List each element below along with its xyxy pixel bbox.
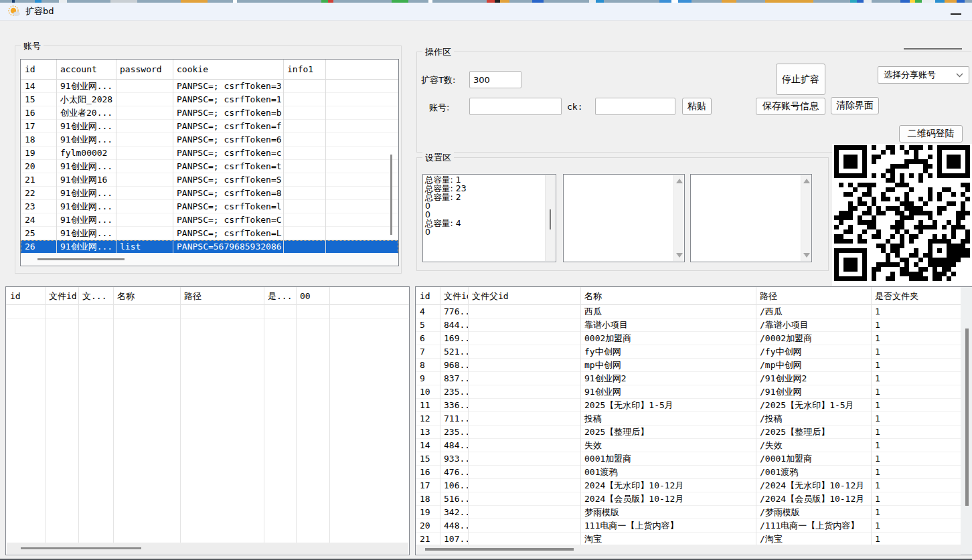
table-cell [116, 200, 173, 213]
table-cell: 17 [21, 120, 56, 132]
column-header[interactable]: 文件id [440, 287, 468, 304]
table-cell: 0001加盟商 [580, 452, 756, 465]
table-row[interactable]: 14484...失效/失效1 [416, 439, 961, 452]
table-cell: 20 [416, 519, 440, 532]
table-cell [116, 80, 173, 92]
settings-listbox-3[interactable] [690, 174, 812, 262]
vertical-scrollbar-thumb[interactable] [390, 155, 392, 235]
share-account-select[interactable]: 选择分享账号 [878, 66, 969, 84]
column-header[interactable]: 名称 [113, 287, 180, 304]
table-row[interactable]: 2391创业网...PANPSC=; csrfToken=l... [21, 200, 398, 213]
minimize-button[interactable] [951, 11, 963, 17]
column-header[interactable]: 文... [78, 287, 113, 304]
table-row[interactable]: 1491创业网...PANPSC=; csrfToken=3... [21, 80, 398, 93]
column-header[interactable]: info1 [283, 60, 325, 79]
horizontal-scrollbar[interactable] [416, 545, 961, 554]
table-row[interactable]: 2291创业网...PANPSC=; csrfToken=8... [21, 187, 398, 200]
horizontal-scrollbar-thumb[interactable] [37, 258, 125, 260]
column-header[interactable]: 00 [296, 287, 329, 304]
paste-button[interactable]: 粘贴 [682, 98, 712, 115]
horizontal-scrollbar[interactable] [21, 253, 398, 265]
column-header[interactable]: 名称 [580, 287, 756, 304]
table-cell [116, 133, 173, 146]
triangle-down-icon[interactable] [803, 253, 810, 258]
table-row[interactable]: 8968...mp中创网/mp中创网1 [416, 359, 961, 372]
column-header[interactable]: id [6, 287, 45, 304]
column-header[interactable]: id [21, 60, 56, 79]
right-file-table-header[interactable]: id文件id文件父id名称路径是否文件夹 [416, 287, 961, 305]
table-row[interactable]: 10235...91创业网/91创业网1 [416, 385, 961, 399]
settings-listbox-2[interactable] [563, 174, 685, 262]
table-cell: /梦雨模版 [756, 506, 871, 519]
listbox3-scrollbar[interactable] [801, 175, 811, 261]
capacity-listbox[interactable]: 总容量: 1 总容量: 23 总容量: 2 0 0 总容量: 4 0 [422, 174, 556, 262]
table-row[interactable]: 13235...2025【整理后】/2025【整理后】1 [416, 426, 961, 439]
table-row[interactable]: 2691创业网...listPANPSC=5679685932086... [21, 240, 398, 254]
column-header[interactable]: cookie [173, 60, 283, 79]
triangle-down-icon[interactable] [676, 253, 683, 258]
table-row[interactable]: 19342...梦雨模版/梦雨模版1 [416, 506, 961, 519]
table-row[interactable]: 2491创业网...PANPSC=; csrfToken=C... [21, 213, 398, 227]
table-row[interactable]: 16创业者20...PANPSC=; csrfToken=b... [21, 106, 398, 120]
listbox1-scrollbar-thumb[interactable] [550, 209, 551, 229]
table-row[interactable]: 5844...靠谱小项目/靠谱小项目1 [416, 318, 961, 332]
account-input[interactable] [469, 98, 562, 115]
table-row[interactable]: 15小太阳_2028PANPSC=; csrfToken=1... [21, 93, 398, 106]
horizontal-scrollbar-thumb[interactable] [425, 548, 574, 551]
column-header[interactable]: password [116, 60, 173, 79]
stop-expand-button[interactable]: 停止扩容 [776, 64, 825, 95]
table-row[interactable]: 7521...fy中创网/fy中创网1 [416, 345, 961, 359]
vertical-scrollbar[interactable] [961, 287, 972, 555]
listbox2-scrollbar[interactable] [673, 175, 683, 261]
table-cell: /2025【无水印】1-5月 [756, 399, 871, 411]
table-cell: 448... [440, 519, 468, 532]
ck-input[interactable] [595, 98, 675, 115]
grid-line [871, 287, 872, 546]
table-row[interactable]: 4776...西瓜/西瓜1 [416, 305, 961, 318]
column-header[interactable]: 路径 [180, 287, 264, 304]
save-account-button[interactable]: 保存账号信息 [756, 98, 825, 115]
table-row[interactable]: 16476...001渡鸦/001渡鸦1 [416, 466, 961, 479]
table-cell: 17 [416, 479, 440, 492]
horizontal-scrollbar-thumb[interactable] [21, 547, 141, 549]
qr-login-button[interactable]: 二维码登陆 [899, 125, 963, 143]
table-row[interactable]: 1891创业网...PANPSC=; csrfToken=6... [21, 133, 398, 147]
left-file-table-header[interactable]: id文件id文...名称路径是...00 [6, 287, 409, 305]
table-row[interactable]: 1791创业网...PANPSC=; csrfToken=f... [21, 120, 398, 133]
column-header[interactable]: 文件id [45, 287, 78, 304]
table-cell: /淘宝 [756, 533, 871, 545]
clear-ui-button[interactable]: 清除界面 [831, 97, 879, 114]
table-cell: /失效 [756, 439, 871, 452]
account-table-header[interactable]: idaccountpasswordcookieinfo1 [21, 60, 398, 80]
listbox1-scrollbar[interactable] [545, 175, 555, 261]
column-header[interactable]: id [416, 287, 440, 304]
table-cell: /111电商一【上货内容】 [756, 519, 871, 532]
grid-line [56, 60, 57, 254]
expand-t-input[interactable] [469, 71, 521, 88]
column-header[interactable]: 是否文件夹 [871, 287, 961, 304]
table-cell [116, 160, 173, 173]
table-row[interactable]: 2591创业网...PANPSC=; csrfToken=L... [21, 227, 398, 240]
column-header[interactable]: 路径 [756, 287, 871, 304]
column-header[interactable]: 文件父id [468, 287, 580, 304]
table-cell [116, 147, 173, 159]
table-row[interactable]: 17106...2024【无水印】10-12月/2024【无水印】10-12月1 [416, 479, 961, 492]
table-row[interactable]: 18516...2024【会员版】10-12月/2024【会员版】10-12月1 [416, 492, 961, 506]
triangle-up-icon[interactable] [803, 179, 810, 183]
table-row[interactable]: 20448...111电商一【上货内容】/111电商一【上货内容】1 [416, 519, 961, 533]
table-row[interactable]: 6169...0002加盟商/0002加盟商1 [416, 332, 961, 345]
table-row[interactable]: 21107...淘宝/淘宝1 [416, 533, 961, 546]
table-row[interactable]: 2091创业网...PANPSC=; csrfToken=t... [21, 160, 398, 173]
horizontal-scrollbar[interactable] [7, 543, 408, 554]
table-row[interactable]: 11336...2025【无水印】1-5月/2025【无水印】1-5月1 [416, 399, 961, 412]
table-row[interactable]: 9837...91创业网2/91创业网21 [416, 372, 961, 385]
triangle-up-icon[interactable] [676, 179, 683, 183]
column-header[interactable]: account [56, 60, 116, 79]
table-cell [283, 120, 325, 132]
column-header[interactable]: 是... [264, 287, 296, 304]
vertical-scrollbar-thumb[interactable] [965, 329, 969, 506]
table-row[interactable]: 12711...投稿/投稿1 [416, 412, 961, 426]
table-row[interactable]: 19fylm00002PANPSC=; csrfToken=c... [21, 147, 398, 160]
table-row[interactable]: 15933...0001加盟商/0001加盟商1 [416, 452, 961, 466]
table-row[interactable]: 2191创业网16PANPSC=; csrfToken=S... [21, 173, 398, 187]
